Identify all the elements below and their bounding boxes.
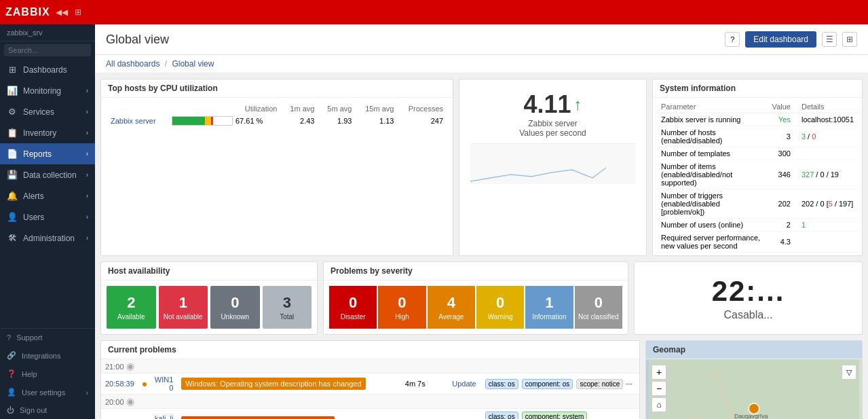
clock-widget: 22:... Casabla...: [634, 261, 863, 335]
sys-value: 4.3: [767, 232, 796, 253]
prob-information[interactable]: 1 Information: [525, 286, 573, 329]
tag[interactable]: class: os: [485, 412, 518, 419]
host-availability-widget: Host availability 2 Available 1 Not avai…: [100, 261, 318, 335]
problem-duration: 2h 5m 45s: [401, 409, 448, 420]
breadcrumb-all-dashboards[interactable]: All dashboards: [106, 59, 159, 69]
sidebar-expand-btn[interactable]: ⊞: [75, 7, 81, 17]
sidebar-user: zabbix_srv: [0, 24, 95, 41]
sys-value: 2: [767, 219, 796, 232]
sidebar-collapse-btn[interactable]: ◀◀: [56, 7, 68, 17]
sidebar-item-monitoring[interactable]: 📊 Monitoring ›: [0, 80, 95, 101]
list-view-button[interactable]: ☰: [822, 32, 837, 47]
sys-col-value: Value: [767, 101, 796, 113]
breadcrumb-separator: /: [165, 59, 170, 69]
sys-details: localhost:10051: [796, 113, 859, 126]
avg-1m-cell: 2.43: [281, 114, 318, 128]
geomap-body[interactable]: + − ⌂ ▽: [646, 359, 862, 419]
prob-num-high: 0: [398, 294, 406, 312]
update-link[interactable]: Update: [452, 380, 476, 388]
problem-timestamp: 20:58:39: [101, 374, 138, 395]
table-row: 18:57:01 kali_linux Linux: Zabbix agent …: [101, 409, 639, 420]
cpu-col-processes: Processes: [398, 103, 447, 114]
tag[interactable]: component: os: [522, 379, 573, 389]
sidebar-item-help[interactable]: ❓ Help: [0, 365, 95, 383]
sidebar-item-label: Alerts: [23, 192, 81, 201]
zoom-out-button[interactable]: −: [652, 381, 666, 396]
clock-time: 22:...: [712, 275, 785, 308]
row-2: Host availability 2 Available 1 Not avai…: [100, 261, 863, 335]
geomap-widget: Geomap + − ⌂ ▽: [645, 340, 863, 419]
fullscreen-button[interactable]: ⊞: [842, 32, 857, 47]
avail-available[interactable]: 2 Available: [107, 286, 156, 329]
sidebar-item-integrations[interactable]: 🔗 Integrations: [0, 346, 95, 365]
prob-average[interactable]: 4 Average: [428, 286, 475, 329]
edit-dashboard-button[interactable]: Edit dashboard: [745, 31, 816, 48]
prob-high[interactable]: 0 High: [378, 286, 426, 329]
problem-host[interactable]: WIN10: [151, 374, 178, 395]
more-tags-btn[interactable]: ···: [626, 380, 632, 388]
cpu-bar: [172, 116, 233, 126]
prob-num-not-classified: 0: [595, 294, 603, 312]
table-row: Number of items (enabled/disabled/not su…: [656, 160, 859, 189]
breadcrumb: All dashboards / Global view: [95, 55, 868, 73]
sidebar-item-reports[interactable]: 📄 Reports ›: [0, 143, 95, 164]
time-group-dot: ◉: [126, 396, 134, 407]
sys-param: Number of templates: [656, 147, 767, 160]
avail-unknown[interactable]: 0 Unknown: [210, 286, 260, 329]
sidebar-item-label: Reports: [23, 149, 81, 159]
avail-not-available[interactable]: 1 Not available: [159, 286, 208, 329]
problem-bar[interactable]: Linux: Zabbix agent is not available (fo…: [181, 416, 334, 419]
table-row: Required server performance, new values …: [656, 232, 859, 253]
help-button[interactable]: ?: [725, 32, 740, 47]
sidebar-item-users[interactable]: 👤 Users ›: [0, 206, 95, 227]
problems-table: 21:00 ◉ 20:58:39 WIN10 Windows: Opera: [101, 359, 639, 419]
sidebar-item-administration[interactable]: 🛠 Administration ›: [0, 227, 95, 249]
sidebar-item-data-collection[interactable]: 💾 Data collection ›: [0, 164, 95, 185]
table-row: Zabbix server is running Yes localhost:1…: [656, 113, 859, 126]
avail-label-total: Total: [280, 313, 294, 321]
sign-out-icon: ⏻: [7, 406, 14, 414]
problem-host[interactable]: kali_linux: [151, 409, 178, 420]
prob-warning[interactable]: 0 Warning: [476, 286, 524, 329]
data-collection-icon: 💾: [7, 170, 18, 180]
host-cell[interactable]: Zabbix server: [107, 114, 168, 128]
sys-value: Yes: [767, 113, 796, 126]
tag[interactable]: class: os: [485, 379, 518, 389]
topbar: ZABBIX ◀◀ ⊞: [0, 0, 868, 24]
cpu-bar-red: [211, 117, 213, 125]
sys-col-param: Parameter: [656, 101, 767, 113]
breadcrumb-global-view[interactable]: Global view: [172, 59, 214, 69]
sidebar-item-label: Inventory: [23, 128, 81, 138]
prob-num-average: 4: [447, 294, 455, 312]
problems-severity-header: Problems by severity: [324, 262, 628, 280]
problem-tags: class: os component: system scope: avail…: [480, 409, 639, 420]
table-row: Number of hosts (enabled/disabled) 3 3 /…: [656, 126, 859, 147]
sidebar-item-support[interactable]: ? Support: [0, 329, 95, 346]
sys-value: 202: [767, 189, 796, 219]
prob-disaster[interactable]: 0 Disaster: [329, 286, 377, 329]
monitoring-icon: 📊: [7, 86, 18, 96]
prob-not-classified[interactable]: 0 Not classified: [575, 286, 622, 329]
home-button[interactable]: ⌂: [652, 397, 666, 412]
search-input[interactable]: [4, 44, 91, 56]
sidebar-item-user-settings[interactable]: 👤 User settings ›: [0, 383, 95, 401]
sidebar-item-sign-out[interactable]: ⏻ Sign out: [0, 401, 95, 419]
sidebar-item-dashboards[interactable]: ⊞ Dashboards: [0, 59, 95, 80]
tag[interactable]: scope: notice: [576, 379, 623, 389]
zoom-in-button[interactable]: +: [652, 365, 666, 380]
problem-duration: 4m 7s: [401, 374, 448, 395]
filter-button[interactable]: ▽: [842, 365, 856, 380]
sidebar-item-inventory[interactable]: 📋 Inventory ›: [0, 122, 95, 143]
sidebar-item-services[interactable]: ⚙ Services ›: [0, 101, 95, 122]
tag[interactable]: component: system: [522, 412, 588, 419]
sidebar-search-container: [0, 41, 95, 59]
sys-param: Number of users (online): [656, 219, 767, 232]
support-icon: ?: [7, 333, 11, 342]
cpu-bar-green: [172, 117, 205, 125]
dashboards-icon: ⊞: [7, 65, 18, 75]
utilization-bar-cell: 67.61 %: [168, 114, 281, 128]
problem-bar[interactable]: Windows: Operating system description ha…: [181, 378, 365, 390]
current-problems-widget: Current problems 21:00 ◉: [100, 340, 640, 419]
row-3: Current problems 21:00 ◉: [100, 340, 863, 419]
sidebar-item-alerts[interactable]: 🔔 Alerts ›: [0, 185, 95, 206]
